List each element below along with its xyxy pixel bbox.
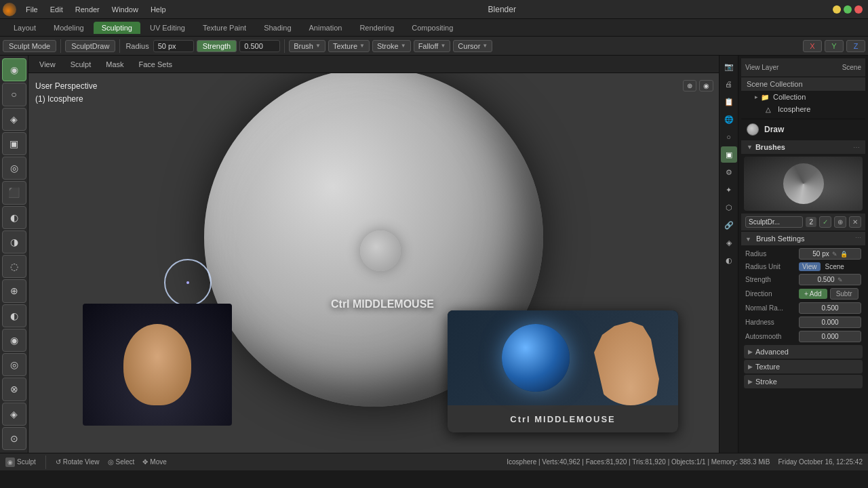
tab-layout[interactable]: Layout: [5, 22, 44, 34]
nav-sculpt[interactable]: Sculpt: [65, 59, 97, 70]
tab-shading[interactable]: Shading: [256, 22, 299, 34]
view-layer-label: View Layer: [745, 64, 778, 71]
smooth-tool-btn[interactable]: ⊕: [2, 279, 26, 302]
mode-selector[interactable]: Sculpt Mode: [3, 40, 56, 52]
falloff-dropdown[interactable]: Falloff: [414, 40, 451, 52]
stroke-dropdown[interactable]: Stroke: [372, 40, 411, 52]
texture-dropdown[interactable]: Texture: [328, 40, 370, 52]
cursor-dropdown[interactable]: Cursor: [453, 40, 492, 52]
inflate-tool-btn[interactable]: ◐: [2, 206, 26, 229]
gizmo-toggle[interactable]: ◉: [699, 80, 713, 92]
fill-tool-btn[interactable]: ◉: [2, 329, 26, 352]
direction-row: Direction + Add Subtr: [741, 287, 865, 301]
maximize-button[interactable]: [844, 5, 852, 14]
close-button[interactable]: [854, 5, 863, 14]
collection-item[interactable]: ▸ 📁 Collection: [741, 91, 865, 103]
status-select[interactable]: ◎ Select: [108, 458, 135, 466]
output-props-icon[interactable]: 🖨: [721, 76, 737, 92]
constraints-props-icon[interactable]: 🔗: [721, 217, 737, 233]
brushes-title: Brushes: [755, 143, 785, 151]
radius-value[interactable]: 50 px ✎ 🔒: [799, 248, 861, 260]
radius-field[interactable]: 50 px: [153, 40, 194, 52]
texture-section[interactable]: ▶ Texture: [744, 360, 863, 373]
clay-strips-tool-btn[interactable]: ▣: [2, 132, 26, 155]
direction-add-btn[interactable]: + Add: [799, 289, 827, 299]
overlay-toggle[interactable]: ⊕: [683, 80, 696, 92]
clay-tool-btn[interactable]: ◈: [2, 108, 26, 131]
tab-animation[interactable]: Animation: [301, 22, 351, 34]
material-props-icon[interactable]: ◐: [721, 252, 737, 268]
nav-mask[interactable]: Mask: [100, 59, 129, 70]
draw-icon: [747, 123, 759, 136]
brush-copy-btn[interactable]: ⊕: [834, 216, 846, 228]
tab-compositing[interactable]: Compositing: [403, 22, 461, 34]
unit-view-btn[interactable]: View: [799, 262, 821, 271]
strength-field[interactable]: 0.500: [239, 40, 280, 52]
nav-face-sets[interactable]: Face Sets: [134, 59, 178, 70]
pinch-tool-btn[interactable]: ◈: [2, 403, 26, 426]
brushes-arrow: ▼: [747, 144, 753, 150]
physics-props-icon[interactable]: ⬡: [721, 199, 737, 216]
view-layer-props-icon[interactable]: 📋: [721, 94, 737, 110]
direction-sub-btn[interactable]: Subtr: [830, 288, 859, 300]
particles-props-icon[interactable]: ✦: [721, 182, 737, 198]
minimize-button[interactable]: [833, 5, 841, 14]
autosmooth-value[interactable]: 0.000: [799, 331, 861, 342]
render-props-icon[interactable]: 📷: [721, 58, 737, 75]
crease-tool-btn[interactable]: ◌: [2, 255, 26, 278]
hardness-value[interactable]: 0.000: [799, 317, 861, 328]
strength-btn[interactable]: Strength: [197, 40, 237, 52]
brush-number: 2: [806, 217, 816, 227]
flatten-tool-btn[interactable]: ◐: [2, 304, 26, 327]
edit-menu[interactable]: Edit: [45, 4, 68, 15]
tab-modeling[interactable]: Modeling: [45, 22, 92, 34]
tab-rendering[interactable]: Rendering: [351, 22, 402, 34]
x-axis-btn[interactable]: X: [803, 40, 822, 52]
scene-props-icon[interactable]: 🌐: [721, 111, 737, 127]
draw-sharp-tool-btn[interactable]: ○: [2, 83, 26, 106]
brush-settings-header[interactable]: ▼ Brush Settings ⋯: [741, 232, 865, 245]
icosphere-item[interactable]: △ Icosphere: [741, 103, 865, 115]
status-rotate[interactable]: ↺ Rotate View: [56, 458, 100, 466]
grab-tool-btn[interactable]: ⊙: [2, 427, 26, 450]
brush-pin-btn[interactable]: ✓: [819, 216, 831, 228]
file-menu[interactable]: File: [20, 4, 43, 15]
help-menu[interactable]: Help: [145, 4, 172, 15]
brushes-header[interactable]: ▼ Brushes ⋯: [741, 140, 865, 154]
draw-tool-btn[interactable]: ◉: [2, 58, 26, 81]
outliner-section: View Layer Scene Scene Collection ▸ 📁 Co…: [741, 58, 865, 119]
header-nav: View Sculpt Mask Face Sets: [28, 56, 719, 73]
tab-texture-paint[interactable]: Texture Paint: [195, 22, 254, 34]
stroke-section[interactable]: ▶ Stroke: [744, 375, 863, 388]
viewport[interactable]: View Sculpt Mask Face Sets User Perspect…: [28, 56, 719, 453]
normal-radius-value[interactable]: 0.500: [799, 302, 861, 314]
clay-thumb-tool-btn[interactable]: ◎: [2, 157, 26, 180]
advanced-section[interactable]: ▶ Advanced: [744, 345, 863, 359]
brush-name-btn[interactable]: SculptDraw: [65, 40, 115, 52]
brush-remove-btn[interactable]: ✕: [849, 216, 861, 228]
nav-view[interactable]: View: [34, 59, 61, 70]
unit-scene-btn[interactable]: Scene: [822, 262, 848, 271]
sphere-bump: [360, 230, 401, 271]
modifier-props-icon[interactable]: ⚙: [721, 164, 737, 180]
tab-sculpting[interactable]: Sculpting: [94, 22, 140, 34]
tab-uv-editing[interactable]: UV Editing: [142, 22, 193, 34]
window-menu[interactable]: Window: [106, 4, 144, 15]
screen-overlay: Ctrl MIDDLEMOUSE: [448, 310, 678, 432]
blob-tool-btn[interactable]: ◑: [2, 230, 26, 253]
brush-name-field[interactable]: SculptDr...: [745, 216, 803, 228]
z-axis-btn[interactable]: Z: [846, 40, 865, 52]
render-menu[interactable]: Render: [70, 4, 105, 15]
rotate-icon: ↺: [56, 458, 61, 466]
layer-tool-btn[interactable]: ⬛: [2, 181, 26, 204]
data-props-icon[interactable]: ◈: [721, 235, 737, 251]
world-props-icon[interactable]: ○: [721, 129, 737, 145]
object-props-icon[interactable]: ▣: [721, 146, 737, 163]
strength-value[interactable]: 0.500 ✎: [799, 274, 861, 285]
brush-dropdown[interactable]: Brush: [289, 40, 326, 52]
status-move[interactable]: ✥ Move: [142, 458, 166, 466]
multires-tool-btn[interactable]: ⊗: [2, 378, 26, 401]
y-axis-btn[interactable]: Y: [825, 40, 844, 52]
scrape-tool-btn[interactable]: ◎: [2, 353, 26, 376]
properties-panel: View Layer Scene Scene Collection ▸ 📁 Co…: [738, 56, 868, 453]
